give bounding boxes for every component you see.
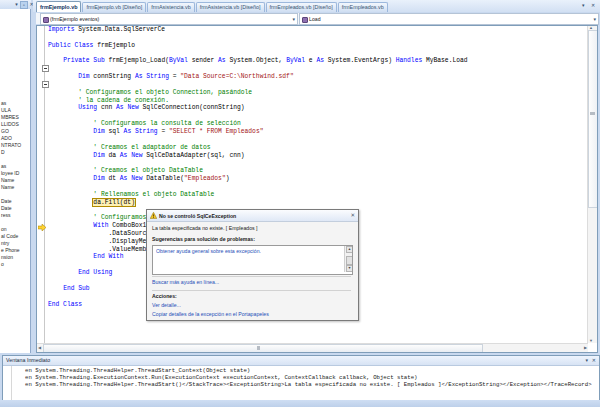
tree-item[interactable]: LLIDOS (1, 121, 19, 127)
output-line: en System.Threading.ExecutionContext.Run… (25, 374, 597, 381)
chevron-down-icon[interactable]: ▾ (593, 15, 596, 23)
tree-item[interactable]: Name (1, 177, 14, 183)
code-line[interactable]: Imports System.Data.SqlServerCe (48, 26, 586, 34)
pin-icon[interactable]: ▫ (20, 1, 28, 9)
close-icon[interactable]: ✕ (350, 211, 355, 219)
code-token: frmEjemplo_Load( (105, 57, 169, 64)
code-token: ' Creamos el adaptador de datos (48, 144, 211, 151)
current-statement-arrow-icon (38, 224, 47, 231)
code-line[interactable] (48, 159, 586, 167)
code-line[interactable]: ' Creamos el objeto DataTable (48, 167, 586, 175)
code-line[interactable] (48, 65, 586, 73)
suggestion-link[interactable]: Obtener ayuda general sobre esta excepci… (156, 248, 261, 255)
search-more-help-link[interactable]: Buscar más ayuda en línea... (152, 278, 219, 286)
scroll-down-icon[interactable]: ▼ (589, 339, 593, 343)
code-token: As New (120, 175, 143, 182)
scroll-down-icon[interactable]: ▼ (346, 265, 353, 272)
code-line[interactable]: ' Configuramos la consulta de selección (48, 120, 586, 128)
immediate-window-gutter (11, 366, 12, 400)
tab-list-dropdown-icon[interactable]: ▾ (582, 2, 585, 8)
tree-item[interactable]: D (1, 149, 5, 155)
tree-item[interactable]: MBRES (1, 114, 19, 120)
code-line[interactable]: Dim connString As String = "Data Source=… (48, 73, 586, 81)
code-token (48, 57, 63, 64)
code-line[interactable] (48, 50, 586, 58)
tree-item[interactable]: GO (1, 128, 9, 134)
scroll-up-icon[interactable]: ▲ (346, 246, 353, 253)
code-line[interactable] (48, 183, 586, 191)
horizontal-scroll-thumb[interactable] (43, 344, 483, 353)
tab-5[interactable]: frmEmpleados.vb (338, 2, 388, 12)
status-strip (0, 400, 600, 407)
immediate-window[interactable]: Ventana Inmediato ▾ ✕ en System.Threadin… (2, 355, 600, 402)
code-line[interactable]: ' Configuramos el objeto Connection, pas… (48, 89, 586, 97)
tree-item[interactable]: as (1, 100, 6, 106)
close-document-icon[interactable]: ✕ (591, 2, 595, 8)
code-line[interactable] (48, 112, 586, 120)
code-token (48, 199, 93, 206)
tab-1[interactable]: frmEjemplo.vb [Diseño] (82, 2, 146, 12)
tree-item[interactable]: o (1, 261, 4, 267)
code-line[interactable]: ' Rellenamos el objeto DataTable (48, 191, 586, 199)
event-dropdown[interactable]: Load ▾ (299, 13, 599, 25)
tree-item[interactable]: e Phone (1, 247, 20, 253)
tab-4[interactable]: frmEmpleados.vb [Diseño] (266, 2, 337, 12)
immediate-window-output[interactable]: en System.Threading.ThreadHelper.ThreadS… (25, 367, 597, 388)
tree-item[interactable]: loyee ID (1, 170, 19, 176)
code-line[interactable]: Dim sql As String = "SELECT * FROM Emple… (48, 128, 586, 136)
tree-item[interactable]: as (1, 163, 6, 169)
tree-item[interactable]: al Code (1, 233, 18, 239)
tree-item[interactable]: ADO (1, 135, 12, 141)
editor-horizontal-scrollbar[interactable]: ◀ ▶ (37, 343, 588, 352)
scroll-thumb[interactable] (346, 256, 353, 265)
code-line[interactable]: Dim dt As New DataTable("Empleados") (48, 175, 586, 183)
chevron-down-icon[interactable]: ▾ (13, 1, 20, 8)
action-link[interactable]: Ver detalle... (152, 301, 181, 309)
suggestions-listbox[interactable]: ▲ ▼ Obtener ayuda general sobre esta exc… (152, 245, 353, 275)
tab-0[interactable]: frmEjemplo.vb (36, 1, 81, 12)
immediate-window-title: Ventana Inmediato (6, 357, 50, 364)
code-token: Imports (48, 26, 74, 33)
tree-item[interactable]: ntry (1, 240, 9, 246)
tree-item[interactable]: Name (1, 184, 14, 190)
tree-item[interactable]: NTRATO (1, 142, 21, 148)
suggestions-scrollbar[interactable]: ▲ ▼ (344, 246, 352, 272)
code-line[interactable] (48, 34, 586, 42)
editor-vertical-scrollbar[interactable]: ▲ ▼ (587, 26, 597, 343)
code-line[interactable] (48, 81, 586, 89)
tree-item[interactable]: nsion (1, 254, 13, 260)
tree-item[interactable]: Date (1, 198, 12, 204)
code-token (48, 73, 78, 80)
code-line[interactable] (48, 136, 586, 144)
tree-item[interactable]: on (1, 226, 7, 232)
code-token: System.Data.SqlServerCe (74, 26, 165, 33)
scroll-right-icon[interactable]: ▶ (584, 345, 587, 350)
code-token (48, 104, 78, 111)
chevron-down-icon[interactable]: ▾ (292, 15, 295, 23)
code-line[interactable]: ' la cadena de conexión. (48, 97, 586, 105)
tab-2[interactable]: frmAsistencia.vb (147, 2, 195, 12)
warning-icon (150, 212, 157, 219)
exception-assistant-dialog[interactable]: No se controló SqlCeException ✕ La tabla… (146, 209, 359, 321)
tree-item[interactable]: ULA (1, 107, 11, 113)
panel-tree[interactable]: asULAMBRESLLIDOSGOADONTRATODasloyee IDNa… (0, 9, 31, 353)
vertical-scroll-thumb[interactable] (588, 30, 598, 208)
scroll-left-icon[interactable]: ◀ (38, 345, 41, 350)
code-line[interactable]: Private Sub frmEjemplo_Load(ByVal sender… (48, 57, 586, 65)
close-icon[interactable]: ✕ (592, 357, 596, 364)
class-member-dropdown[interactable]: (frmEjemplo eventos) ▾ (40, 13, 298, 25)
tree-item[interactable]: ress (1, 212, 10, 218)
code-line[interactable]: Using cnn As New SqlCeConnection(connStr… (48, 104, 586, 112)
code-token: Handles (396, 57, 422, 64)
code-line[interactable]: da.Fill(dt) (48, 199, 586, 207)
code-line[interactable]: Dim da As New SqlCeDataAdapter(sql, cnn) (48, 152, 586, 160)
action-link[interactable]: Copiar detalles de la excepción en el Po… (152, 310, 269, 318)
exception-message: La tabla especificada no existe. [ Emple… (152, 224, 258, 232)
code-token: "Data Source=C:\Northwind.sdf" (180, 73, 293, 80)
chevron-down-icon[interactable]: ▾ (585, 357, 588, 364)
tab-3[interactable]: frmAsistencia.vb [Diseño] (196, 2, 265, 12)
code-line[interactable]: ' Creamos el adaptador de datos (48, 144, 586, 152)
code-line[interactable]: Public Class frmEjemplo (48, 42, 586, 50)
tree-item[interactable]: Date (1, 205, 12, 211)
scroll-thumb-grip (590, 112, 595, 115)
